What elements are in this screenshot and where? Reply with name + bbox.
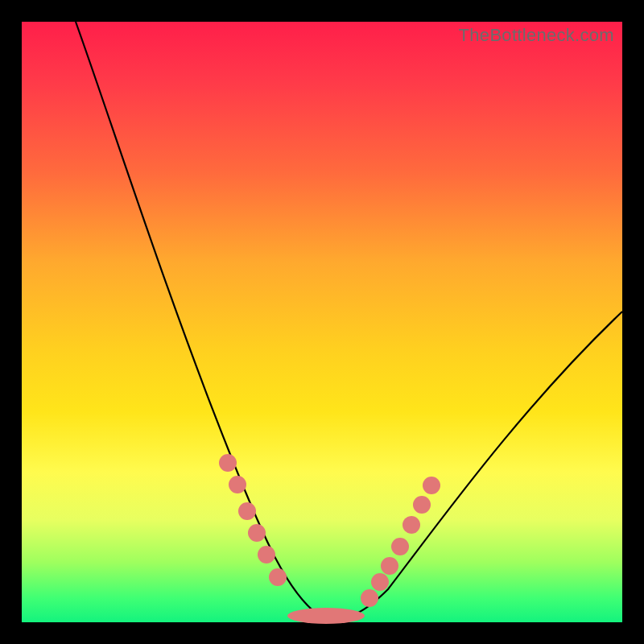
curve-marker <box>238 502 256 520</box>
bottleneck-curve <box>76 22 622 618</box>
curve-marker <box>258 546 275 564</box>
curve-marker <box>402 516 420 534</box>
curve-marker <box>381 557 398 575</box>
curve-marker <box>413 496 431 514</box>
curve-marker <box>229 476 246 493</box>
curve-marker <box>371 573 389 591</box>
curve-marker <box>423 477 440 494</box>
curve-marker <box>269 568 287 586</box>
curve-layer <box>22 22 622 622</box>
curve-marker <box>219 454 237 472</box>
curve-marker <box>391 538 409 555</box>
chart-frame: TheBottleneck.com <box>0 0 644 644</box>
curve-marker <box>361 589 378 607</box>
curve-bottom-bar <box>287 608 365 624</box>
plot-area: TheBottleneck.com <box>22 22 622 622</box>
curve-marker <box>248 524 266 542</box>
